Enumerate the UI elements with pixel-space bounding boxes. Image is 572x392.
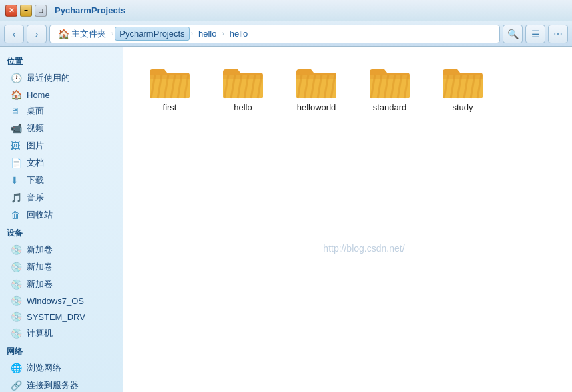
window-title: PycharmProjects bbox=[55, 5, 125, 15]
breadcrumb-bar: 🏠 主文件夹 › PycharmProjects › hello › hello bbox=[49, 25, 500, 43]
folder-hello[interactable]: hello bbox=[210, 60, 276, 118]
folder-first[interactable]: first bbox=[137, 60, 203, 118]
folder-standard-label: standard bbox=[373, 102, 407, 112]
breadcrumb-hello1[interactable]: hello bbox=[194, 27, 220, 40]
sidebar-item-documents[interactable]: 📄 文档 bbox=[0, 154, 123, 172]
breadcrumb-sep-2: › bbox=[191, 30, 193, 37]
folder-study-icon bbox=[441, 65, 484, 100]
recent-icon: 🕐 bbox=[11, 73, 23, 83]
breadcrumb-sep-1: › bbox=[111, 30, 113, 37]
folder-hello-icon bbox=[222, 65, 264, 100]
sidebar-item-home-label: Home bbox=[27, 90, 50, 100]
sidebar-item-drive2[interactable]: 💿 新加卷 bbox=[0, 258, 123, 276]
toolbar-right-buttons: 🔍 ☰ ⋯ bbox=[503, 25, 568, 43]
sidebar-item-windows7-label: Windows7_OS bbox=[27, 296, 84, 306]
folder-helloworld-label: helloworld bbox=[297, 102, 336, 112]
downloads-icon: ⬇ bbox=[11, 175, 23, 186]
minimize-button[interactable]: – bbox=[20, 5, 32, 17]
system-drv-icon: 💿 bbox=[11, 311, 23, 322]
sidebar-item-recent[interactable]: 🕐 最近使用的 bbox=[0, 69, 123, 87]
breadcrumb-hello1-label: hello bbox=[198, 29, 216, 39]
breadcrumb-hello2-label: hello bbox=[230, 29, 248, 39]
toolbar: ‹ › 🏠 主文件夹 › PycharmProjects › hello › h… bbox=[0, 21, 572, 47]
sidebar-item-video[interactable]: 📹 视频 bbox=[0, 120, 123, 137]
sidebar-item-system-drv-label: SYSTEM_DRV bbox=[27, 312, 85, 322]
documents-icon: 📄 bbox=[11, 158, 23, 168]
sidebar-item-downloads-label: 下载 bbox=[27, 174, 44, 186]
sidebar-item-browse-network-label: 浏览网络 bbox=[27, 362, 61, 374]
sidebar-item-drive3-label: 新加卷 bbox=[27, 278, 53, 290]
sidebar-section-location: 位置 bbox=[0, 52, 123, 69]
connect-server-icon: 🔗 bbox=[11, 380, 23, 391]
maximize-button[interactable]: □ bbox=[35, 5, 47, 17]
main-layout: 位置 🕐 最近使用的 🏠 Home 🖥 桌面 📹 视频 🖼 图片 📄 文档 ⬇ … bbox=[0, 47, 572, 392]
sidebar-item-music[interactable]: 🎵 音乐 bbox=[0, 189, 123, 206]
breadcrumb-pycharm-label: PycharmProjects bbox=[119, 29, 184, 39]
home-icon: 🏠 bbox=[58, 29, 69, 39]
sidebar-item-drive2-label: 新加卷 bbox=[27, 261, 53, 273]
breadcrumb-home-label: 主文件夹 bbox=[71, 28, 106, 40]
sidebar-item-connect-server-label: 连接到服务器 bbox=[27, 379, 79, 391]
title-bar: ✕ – □ PycharmProjects bbox=[0, 0, 572, 21]
menu-button[interactable]: ☰ bbox=[525, 25, 545, 43]
drive2-icon: 💿 bbox=[11, 262, 23, 272]
sidebar-item-browse-network[interactable]: 🌐 浏览网络 bbox=[0, 359, 123, 377]
windows7-icon: 💿 bbox=[11, 295, 23, 306]
sidebar-section-devices: 设备 bbox=[0, 224, 123, 241]
drive3-icon: 💿 bbox=[11, 279, 23, 290]
sidebar-item-video-label: 视频 bbox=[27, 122, 44, 134]
sidebar-item-pictures[interactable]: 🖼 图片 bbox=[0, 137, 123, 154]
sidebar-item-downloads[interactable]: ⬇ 下载 bbox=[0, 172, 123, 189]
breadcrumb-home[interactable]: 🏠 主文件夹 bbox=[54, 27, 110, 41]
folder-study[interactable]: study bbox=[429, 60, 496, 118]
sidebar: 位置 🕐 最近使用的 🏠 Home 🖥 桌面 📹 视频 🖼 图片 📄 文档 ⬇ … bbox=[0, 47, 123, 392]
sidebar-item-documents-label: 文档 bbox=[27, 157, 44, 169]
folder-helloworld-icon bbox=[295, 65, 338, 100]
sidebar-item-connect-server[interactable]: 🔗 连接到服务器 bbox=[0, 377, 123, 392]
sidebar-item-computer-label: 计算机 bbox=[27, 327, 53, 339]
folder-standard-icon bbox=[368, 65, 411, 100]
sidebar-item-music-label: 音乐 bbox=[27, 192, 44, 204]
folder-helloworld[interactable]: helloworld bbox=[283, 60, 350, 118]
sidebar-item-desktop[interactable]: 🖥 桌面 bbox=[0, 102, 123, 120]
desktop-icon: 🖥 bbox=[11, 106, 23, 116]
back-button[interactable]: ‹ bbox=[4, 25, 24, 43]
pictures-icon: 🖼 bbox=[11, 140, 23, 151]
sidebar-item-desktop-label: 桌面 bbox=[27, 105, 44, 117]
watermark: http://blog.csdn.net/ bbox=[323, 243, 404, 254]
sidebar-item-drive3[interactable]: 💿 新加卷 bbox=[0, 276, 123, 293]
sidebar-item-trash-label: 回收站 bbox=[27, 209, 53, 221]
home-sidebar-icon: 🏠 bbox=[11, 89, 23, 100]
folder-study-label: study bbox=[452, 102, 473, 112]
close-button[interactable]: ✕ bbox=[5, 5, 17, 17]
browse-network-icon: 🌐 bbox=[11, 363, 23, 373]
folder-first-label: first bbox=[163, 102, 177, 112]
sidebar-item-system-drv[interactable]: 💿 SYSTEM_DRV bbox=[0, 309, 123, 325]
drive1-icon: 💿 bbox=[11, 244, 23, 255]
breadcrumb-pycharm[interactable]: PycharmProjects bbox=[115, 27, 189, 41]
breadcrumb-hello2[interactable]: hello bbox=[226, 27, 252, 40]
sidebar-item-trash[interactable]: 🗑 回收站 bbox=[0, 206, 123, 224]
sidebar-item-windows7[interactable]: 💿 Windows7_OS bbox=[0, 293, 123, 309]
folder-hello-label: hello bbox=[234, 102, 252, 112]
folder-first-icon bbox=[148, 65, 191, 100]
grid-button[interactable]: ⋯ bbox=[548, 25, 568, 43]
sidebar-item-recent-label: 最近使用的 bbox=[27, 72, 70, 84]
sidebar-item-computer[interactable]: 💿 计算机 bbox=[0, 325, 123, 342]
sidebar-item-drive1-label: 新加卷 bbox=[27, 244, 53, 256]
folder-grid: first hello bbox=[137, 60, 559, 118]
folder-standard[interactable]: standard bbox=[356, 60, 423, 118]
window-controls: ✕ – □ bbox=[5, 5, 47, 17]
video-icon: 📹 bbox=[11, 123, 23, 134]
content-area: first hello bbox=[123, 47, 572, 392]
trash-icon: 🗑 bbox=[11, 210, 23, 220]
breadcrumb-sep-3: › bbox=[222, 30, 224, 37]
forward-button[interactable]: › bbox=[27, 25, 47, 43]
sidebar-item-pictures-label: 图片 bbox=[27, 140, 44, 152]
computer-icon: 💿 bbox=[11, 328, 23, 339]
sidebar-item-drive1[interactable]: 💿 新加卷 bbox=[0, 241, 123, 258]
sidebar-section-network: 网络 bbox=[0, 342, 123, 359]
sidebar-item-home[interactable]: 🏠 Home bbox=[0, 87, 123, 102]
music-icon: 🎵 bbox=[11, 192, 23, 203]
search-button[interactable]: 🔍 bbox=[503, 25, 523, 43]
